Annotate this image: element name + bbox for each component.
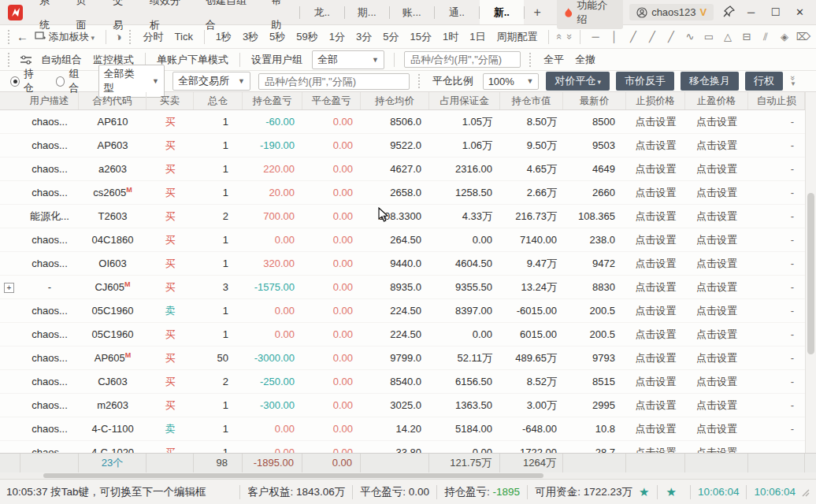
period-button[interactable]: 59秒 — [291, 30, 323, 44]
close-button[interactable]: ✕ — [788, 6, 811, 18]
cell-take-profit-set[interactable]: 点击设置 — [685, 422, 748, 436]
draw-tool-icon[interactable]: │ — [605, 31, 624, 43]
column-header[interactable]: 自动止损 — [748, 92, 805, 109]
workspace-tab[interactable]: 通.. — [435, 0, 479, 24]
period-button[interactable]: 3秒 — [237, 30, 264, 44]
period-button[interactable]: 5秒 — [264, 30, 291, 44]
cell-stop-loss-set[interactable]: 点击设置 — [626, 351, 685, 365]
favorite-star-icon[interactable]: ★ — [632, 485, 655, 499]
cell-take-profit-set[interactable]: 点击设置 — [685, 446, 748, 454]
cell-stop-loss-set[interactable]: 点击设置 — [626, 446, 685, 454]
period-button[interactable]: 1时 — [437, 30, 464, 44]
cell-take-profit-set[interactable]: 点击设置 — [685, 233, 748, 247]
back-arrow-icon[interactable]: ← — [16, 30, 29, 43]
cell-take-profit-set[interactable]: 点击设置 — [685, 162, 748, 176]
table-row[interactable]: + chaos... 4-C-1020 买 1 0.00 0.00 33.80 … — [0, 441, 816, 453]
draw-tool-icon[interactable]: ∿ — [681, 31, 699, 43]
cell-take-profit-set[interactable]: 点击设置 — [685, 375, 748, 389]
workspace-tab[interactable]: 新.. — [480, 0, 524, 24]
contrast-icon[interactable]: ◑ — [112, 30, 125, 43]
table-row[interactable]: + chaos... OI603 买 1 320.00 0.00 9440.0 … — [0, 252, 816, 276]
toolbar-grip[interactable] — [8, 53, 12, 67]
table-row[interactable]: + chaos... AP605M 买 50 -3000.00 0.00 979… — [0, 346, 816, 370]
cell-take-profit-set[interactable]: 点击设置 — [685, 398, 748, 413]
auto-combo-button[interactable]: 自动组合 — [35, 53, 87, 67]
cell-take-profit-set[interactable]: 点击设置 — [685, 139, 748, 153]
minimize-button[interactable]: ─ — [740, 6, 762, 18]
period-button[interactable]: 15分 — [405, 30, 437, 44]
table-row[interactable]: + chaos... a2603 买 1 220.00 0.00 4627.0 … — [0, 158, 816, 181]
table-row[interactable]: + chaos... 05C1960 买 1 0.00 0.00 224.50 … — [0, 323, 816, 346]
toolbar-grip[interactable] — [529, 53, 533, 67]
draw-tool-icon[interactable]: ╱ — [624, 31, 643, 43]
toolbar-grip[interactable] — [418, 74, 422, 88]
cell-take-profit-set[interactable]: 点击设置 — [685, 186, 748, 200]
cell-take-profit-set[interactable]: 点击设置 — [685, 351, 748, 365]
hscroll-thumb[interactable] — [43, 473, 543, 478]
toolbar-grip[interactable] — [129, 30, 132, 44]
column-header[interactable]: 总仓 — [194, 92, 243, 109]
draw-tool-icon[interactable]: ⌦ — [794, 31, 813, 43]
workspace-tab[interactable]: 账... — [390, 0, 434, 24]
sliders-icon[interactable] — [20, 54, 32, 65]
close-at-opposite-button[interactable]: 对价平仓▾ — [546, 72, 610, 91]
workspace-tab[interactable]: 龙.. — [300, 0, 344, 24]
column-header[interactable]: 止损价格 — [626, 92, 685, 109]
column-header[interactable]: 买卖 — [147, 92, 194, 109]
column-header[interactable]: 用户描述 — [20, 92, 79, 109]
radio-combo[interactable]: 组合 — [56, 67, 87, 95]
cell-take-profit-set[interactable]: 点击设置 — [685, 115, 748, 129]
period-button[interactable]: 1秒 — [210, 30, 237, 44]
column-header[interactable]: 持仓盈亏 — [243, 92, 302, 109]
cell-stop-loss-set[interactable]: 点击设置 — [626, 304, 685, 318]
cell-take-profit-set[interactable]: 点击设置 — [685, 304, 748, 318]
draw-tool-icon[interactable]: ⊟ — [737, 31, 756, 43]
column-header[interactable]: 合约代码 — [79, 92, 147, 109]
more-chevron-icon[interactable]: » — [790, 71, 796, 85]
cell-stop-loss-set[interactable]: 点击设置 — [626, 115, 685, 129]
cell-take-profit-set[interactable]: 点击设置 — [685, 328, 748, 342]
new-tab-button[interactable]: + — [525, 6, 551, 20]
table-row[interactable]: + - CJ605M 买 3 -1575.00 0.00 8935.0 9355… — [0, 276, 816, 299]
period-button[interactable]: 3分 — [351, 30, 377, 44]
user-group-dropdown[interactable]: 全部▼ — [312, 50, 384, 69]
horizontal-scrollbar[interactable] — [0, 472, 816, 479]
draw-tool-icon[interactable]: ╱ — [643, 31, 662, 43]
table-row[interactable]: + chaos... cs2605M 买 1 20.00 0.00 2658.0… — [0, 181, 816, 205]
favorite-star-icon[interactable]: ★ — [659, 485, 682, 499]
exercise-button[interactable]: 行权 — [745, 72, 783, 91]
table-row[interactable]: + chaos... CJ603 买 2 -250.00 0.00 8540.0… — [0, 370, 816, 394]
period-tick[interactable]: Tick — [169, 31, 198, 43]
table-row[interactable]: + chaos... AP610 买 1 -60.00 0.00 8506.0 … — [0, 110, 816, 134]
period-button[interactable]: 5分 — [377, 30, 404, 44]
resize-grip-icon[interactable] — [800, 487, 810, 497]
column-header[interactable]: 占用保证金 — [429, 92, 500, 109]
add-board-button[interactable]: 添加板块▾ — [29, 30, 100, 44]
column-header[interactable]: 持仓市值 — [500, 92, 563, 109]
draw-tool-icon[interactable]: △ — [718, 31, 737, 43]
column-header[interactable]: 最新价 — [563, 92, 626, 109]
market-reverse-button[interactable]: 市价反手 — [616, 72, 674, 91]
cell-stop-loss-set[interactable]: 点击设置 — [626, 162, 685, 176]
exchange-dropdown[interactable]: 全部交易所▼ — [172, 72, 250, 91]
cell-stop-loss-set[interactable]: 点击设置 — [626, 375, 685, 389]
set-user-group-button[interactable]: 设置用户组 — [246, 53, 308, 67]
period-button[interactable]: 1分 — [324, 30, 351, 44]
collapse-down-icon[interactable]: » — [564, 32, 576, 42]
cell-stop-loss-set[interactable]: 点击设置 — [626, 422, 685, 436]
draw-tool-icon[interactable]: ╱ — [662, 31, 681, 43]
table-row[interactable]: + chaos... 05C1960 卖 1 0.00 0.00 224.50 … — [0, 299, 816, 323]
cell-stop-loss-set[interactable]: 点击设置 — [626, 186, 685, 200]
cell-stop-loss-set[interactable]: 点击设置 — [626, 257, 685, 271]
period-button[interactable]: 1日 — [464, 30, 491, 44]
cell-stop-loss-set[interactable]: 点击设置 — [626, 139, 685, 153]
cancel-all-button[interactable]: 全撤 — [569, 53, 601, 67]
vscroll-thumb[interactable] — [807, 193, 814, 354]
symbol-filter-input[interactable] — [404, 51, 521, 68]
vertical-scrollbar[interactable] — [805, 92, 816, 453]
cell-stop-loss-set[interactable]: 点击设置 — [626, 233, 685, 247]
period-minute-chart[interactable]: 分时 — [138, 30, 169, 44]
account-button[interactable]: chaos123 V — [629, 4, 714, 20]
close-ratio-dropdown[interactable]: 100%▼ — [483, 73, 540, 90]
period-config-button[interactable]: 周期配置 — [491, 30, 543, 44]
